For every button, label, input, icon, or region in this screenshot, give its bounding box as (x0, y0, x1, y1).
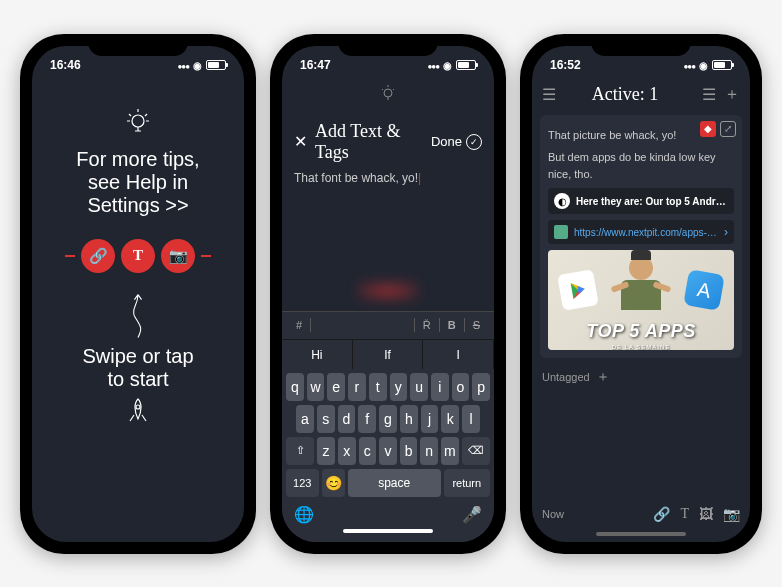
key-u[interactable]: u (410, 373, 428, 401)
notch (338, 34, 438, 56)
key-m[interactable]: m (441, 437, 459, 465)
text-button[interactable]: T (121, 239, 155, 273)
text-input[interactable]: That font be whack, yo!| (282, 171, 494, 185)
num-key[interactable]: 123 (286, 469, 319, 497)
key-b[interactable]: b (400, 437, 418, 465)
tag-icon[interactable]: ◆ (700, 121, 716, 137)
battery-icon (456, 60, 476, 70)
key-s[interactable]: s (317, 405, 335, 433)
key-c[interactable]: c (359, 437, 377, 465)
preview-title: TOP 5 APPS (548, 321, 734, 342)
suggestion-2[interactable]: If (353, 340, 424, 369)
svg-point-9 (384, 89, 392, 97)
rocket-icon (126, 397, 150, 431)
phone-3: 16:52 ☰ Active: 1 ☰ ＋ ◆ ⤢ That picture b… (520, 34, 762, 554)
key-h[interactable]: h (400, 405, 418, 433)
svg-line-12 (382, 89, 383, 90)
mic-key[interactable]: 🎤 (462, 505, 482, 524)
link-url-row[interactable]: https://www.nextpit.com/apps-of-the-week… (548, 220, 734, 244)
link-url: https://www.nextpit.com/apps-of-the-week… (574, 227, 718, 238)
emoji-key[interactable]: 😊 (322, 469, 345, 497)
done-button[interactable]: Done ✓ (431, 134, 482, 150)
entry-card[interactable]: ◆ ⤢ That picture be whack, yo! But dem a… (540, 115, 742, 359)
text-tool[interactable]: T (680, 506, 689, 522)
action-row: 🔗 T 📷 (65, 239, 211, 273)
hash-button[interactable]: # (290, 319, 308, 331)
time: 16:46 (50, 58, 81, 72)
key-f[interactable]: f (358, 405, 376, 433)
add-tag-icon[interactable]: ＋ (596, 368, 610, 386)
link-tool[interactable]: 🔗 (653, 506, 670, 522)
key-q[interactable]: q (286, 373, 304, 401)
svg-line-5 (145, 114, 147, 116)
accent-button[interactable]: Ř (417, 319, 437, 331)
key-l[interactable]: l (462, 405, 480, 433)
link-title-row[interactable]: ◐ Here they are: Our top 5 Android and i… (548, 188, 734, 214)
key-r[interactable]: r (348, 373, 366, 401)
svg-line-4 (129, 114, 131, 116)
bottom-toolbar: Now 🔗 T 🖼 📷 (532, 500, 750, 528)
key-g[interactable]: g (379, 405, 397, 433)
key-w[interactable]: w (307, 373, 325, 401)
chevron-right-icon: › (724, 225, 728, 239)
site-icon: ◐ (554, 193, 570, 209)
key-y[interactable]: y (390, 373, 408, 401)
page-title: Active: 1 (556, 84, 694, 105)
entry-text-2: But dem apps do be kinda low key nice, t… (548, 149, 734, 182)
expand-icon[interactable]: ⤢ (720, 121, 736, 137)
time: 16:52 (550, 58, 581, 72)
key-x[interactable]: x (338, 437, 356, 465)
phone-1: 16:46 For more tips, see Help in Setting… (20, 34, 256, 554)
key-o[interactable]: o (452, 373, 470, 401)
camera-button[interactable]: 📷 (161, 239, 195, 273)
key-k[interactable]: k (441, 405, 459, 433)
key-a[interactable]: a (296, 405, 314, 433)
preview-image[interactable]: A TOP 5 APPS DE LA SEMAINE (548, 250, 734, 350)
key-i[interactable]: i (431, 373, 449, 401)
close-button[interactable]: ✕ (294, 132, 307, 151)
key-e[interactable]: e (327, 373, 345, 401)
now-label: Now (542, 508, 564, 520)
signal-icon (684, 58, 696, 72)
key-n[interactable]: n (420, 437, 438, 465)
svg-line-13 (393, 89, 394, 90)
tips-text: For more tips, see Help in Settings >> (76, 148, 199, 217)
preview-subtitle: DE LA SEMAINE (548, 344, 734, 350)
space-key[interactable]: space (348, 469, 441, 497)
svg-point-0 (132, 115, 144, 127)
image-tool[interactable]: 🖼 (699, 506, 713, 522)
home-indicator[interactable] (343, 529, 433, 533)
key-t[interactable]: t (369, 373, 387, 401)
key-z[interactable]: z (317, 437, 335, 465)
wifi-icon (699, 58, 708, 72)
play-store-icon (557, 269, 599, 311)
bulb-icon (125, 106, 151, 142)
globe-key[interactable]: 🌐 (294, 505, 314, 524)
wifi-icon (443, 58, 452, 72)
link-button[interactable]: 🔗 (81, 239, 115, 273)
url-icon (554, 225, 568, 239)
battery-icon (206, 60, 226, 70)
menu-button[interactable]: ☰ (542, 85, 556, 104)
shift-key[interactable]: ⇧ (286, 437, 314, 465)
return-key[interactable]: return (444, 469, 490, 497)
suggestions-row: Hi If I (282, 339, 494, 369)
home-indicator[interactable] (596, 532, 686, 536)
signal-icon (178, 58, 190, 72)
tag-row[interactable]: Untagged ＋ (532, 362, 750, 392)
battery-icon (712, 60, 732, 70)
list-button[interactable]: ☰ (702, 85, 716, 104)
camera-tool[interactable]: 📷 (723, 506, 740, 522)
key-v[interactable]: v (379, 437, 397, 465)
add-button[interactable]: ＋ (724, 84, 740, 105)
signal-icon (428, 58, 440, 72)
key-j[interactable]: j (421, 405, 439, 433)
key-d[interactable]: d (338, 405, 356, 433)
strike-button[interactable]: S (467, 319, 486, 331)
suggestion-1[interactable]: Hi (282, 340, 353, 369)
backspace-key[interactable]: ⌫ (462, 437, 490, 465)
bulb-icon (282, 82, 494, 109)
key-p[interactable]: p (472, 373, 490, 401)
suggestion-3[interactable]: I (423, 340, 494, 369)
bold-button[interactable]: B (442, 319, 462, 331)
